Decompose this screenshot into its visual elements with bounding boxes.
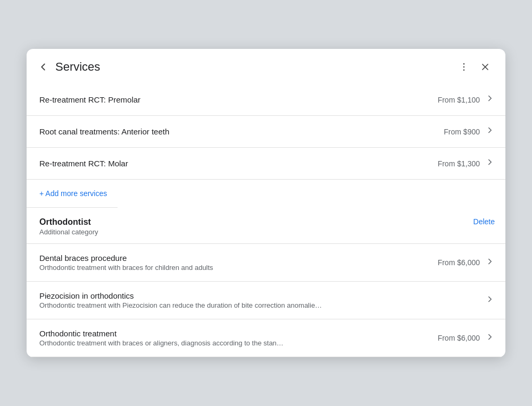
service-info: Dental braces procedure Orthodontic trea… [39,253,438,272]
service-price: From $1,100 [438,96,480,104]
service-info: Orthodontic treatment Orthodontic treatm… [39,329,438,347]
svg-point-0 [463,63,465,65]
service-price: From $6,000 [438,334,480,342]
service-item[interactable]: Re-treatment RCT: Premolar From $1,100 [27,84,505,116]
service-info: Root canal treatments: Anterior teeth [39,127,444,136]
service-item[interactable]: Orthodontic treatment Orthodontic treatm… [27,319,505,357]
delete-category-button[interactable]: Delete [473,217,495,226]
service-item[interactable]: Root canal treatments: Anterior teeth Fr… [27,116,505,148]
service-name: Orthodontic treatment [39,329,438,338]
service-item[interactable]: Re-treatment RCT: Molar From $1,300 [27,148,505,180]
service-sub: Orthodontic treatment with Piezocision c… [39,301,485,309]
service-name: Re-treatment RCT: Premolar [39,95,438,104]
service-name: Re-treatment RCT: Molar [39,159,438,168]
service-item[interactable]: Dental braces procedure Orthodontic trea… [27,244,505,282]
category-info: Orthodontist Additional category [39,217,473,236]
add-more-services-button[interactable]: + Add more services [27,180,118,208]
back-button[interactable] [35,59,51,75]
service-name: Piezocision in orthodontics [39,291,485,300]
service-item[interactable]: Piezocision in orthodontics Orthodontic … [27,282,505,319]
dialog-header: Services [27,49,505,84]
top-services-list: Re-treatment RCT: Premolar From $1,100 R… [27,84,505,180]
close-button[interactable] [476,57,495,77]
header-actions [454,57,495,77]
service-sub: Orthodontic treatment with braces or ali… [39,339,438,347]
chevron-right-icon [485,157,495,170]
category-subtitle: Additional category [39,228,473,236]
dialog-body[interactable]: Re-treatment RCT: Premolar From $1,100 R… [27,84,505,357]
service-name: Dental braces procedure [39,253,438,263]
service-price: From $900 [444,128,480,136]
dialog-title: Services [55,60,450,74]
service-price: From $1,300 [438,159,480,168]
services-dialog: Services Re-treatment RCT: Premolar From [27,49,505,357]
svg-point-2 [463,70,465,71]
chevron-right-icon [485,332,495,344]
chevron-right-icon [485,294,495,307]
chevron-right-icon [485,125,495,138]
svg-point-1 [463,66,465,68]
service-name: Root canal treatments: Anterior teeth [39,127,444,136]
chevron-right-icon [485,257,495,269]
category-header: Orthodontist Additional category Delete [27,208,505,244]
service-price: From $6,000 [438,258,480,267]
service-info: Piezocision in orthodontics Orthodontic … [39,291,485,309]
more-options-button[interactable] [454,57,473,77]
chevron-right-icon [485,94,495,106]
category-name: Orthodontist [39,217,473,227]
bottom-services-list: Dental braces procedure Orthodontic trea… [27,244,505,357]
service-sub: Orthodontic treatment with braces for ch… [39,264,438,272]
service-info: Re-treatment RCT: Molar [39,159,438,168]
service-info: Re-treatment RCT: Premolar [39,95,438,104]
